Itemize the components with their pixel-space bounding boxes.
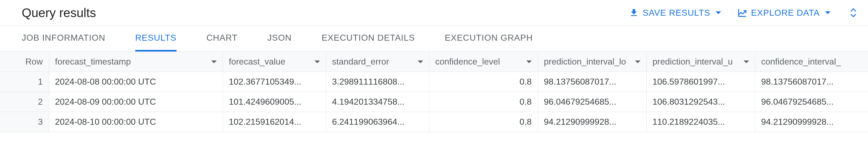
chevron-down-icon [716,11,721,14]
col-header-forecast-value[interactable]: forecast_value [223,52,326,72]
chevron-down-icon [825,11,831,14]
col-header-row[interactable]: Row [0,52,49,72]
col-header-confidence-level[interactable]: confidence_level [429,52,538,72]
chevron-down-icon [526,61,532,63]
explore-data-button[interactable]: EXPLORE DATA [737,8,831,18]
cell-prediction-interval-lower: 96.04679254685... [538,92,646,112]
table-row: 3 2024-08-10 00:00:00 UTC 102.2159162014… [0,112,868,132]
chevron-up-icon [849,8,857,12]
header-actions: SAVE RESULTS EXPLORE DATA [629,8,857,18]
cell-forecast-timestamp: 2024-08-08 00:00:00 UTC [49,72,223,92]
tab-execution-graph[interactable]: EXECUTION GRAPH [445,26,533,51]
cell-prediction-interval-lower: 94.21290999928... [538,112,646,132]
cell-confidence-interval-lower: 98.13756087017... [755,72,868,92]
expand-collapse-toggle[interactable] [849,8,857,18]
chevron-down-icon [849,13,857,18]
cell-confidence-interval-lower: 96.04679254685... [755,92,868,112]
tab-job-information[interactable]: JOB INFORMATION [22,26,105,51]
cell-forecast-timestamp: 2024-08-10 00:00:00 UTC [49,112,223,132]
chevron-down-icon [314,61,320,63]
cell-standard-error: 3.298911116808... [326,72,429,92]
cell-forecast-value: 102.3677105349... [223,72,326,92]
table-header-row: Row forecast_timestamp forecast_value st… [0,52,868,72]
save-results-label: SAVE RESULTS [643,8,710,18]
results-table-wrap: Row forecast_timestamp forecast_value st… [0,52,868,132]
cell-prediction-interval-upper: 106.8031292543... [646,92,755,112]
table-row: 1 2024-08-08 00:00:00 UTC 102.3677105349… [0,72,868,92]
table-body: 1 2024-08-08 00:00:00 UTC 102.3677105349… [0,72,868,132]
cell-prediction-interval-lower: 98.13756087017... [538,72,646,92]
cell-standard-error: 4.194201334758... [326,92,429,112]
chevron-down-icon [744,61,749,63]
cell-prediction-interval-upper: 106.5978601997... [646,72,755,92]
cell-row-number: 2 [0,92,49,112]
col-header-standard-error[interactable]: standard_error [326,52,429,72]
explore-data-label: EXPLORE DATA [751,8,820,18]
cell-confidence-interval-lower: 94.21290999928... [755,112,868,132]
chevron-down-icon [418,61,423,63]
col-header-label: confidence_level [435,57,500,67]
col-header-label: prediction_interval_u [653,57,733,67]
cell-confidence-level: 0.8 [429,112,538,132]
results-tabs: JOB INFORMATION RESULTS CHART JSON EXECU… [0,26,868,52]
table-row: 2 2024-08-09 00:00:00 UTC 101.4249609005… [0,92,868,112]
tab-chart[interactable]: CHART [207,26,238,51]
chevron-down-icon [211,61,217,63]
save-results-button[interactable]: SAVE RESULTS [629,8,721,18]
cell-confidence-level: 0.8 [429,72,538,92]
col-header-label: Row [25,57,43,67]
cell-row-number: 3 [0,112,49,132]
results-table: Row forecast_timestamp forecast_value st… [0,52,868,132]
col-header-label: confidence_interval_ [761,57,841,67]
cell-row-number: 1 [0,72,49,92]
cell-forecast-value: 102.2159162014... [223,112,326,132]
page-title: Query results [22,5,629,20]
cell-forecast-timestamp: 2024-08-09 00:00:00 UTC [49,92,223,112]
cell-standard-error: 6.241199063964... [326,112,429,132]
cell-prediction-interval-upper: 110.2189224035... [646,112,755,132]
tab-results[interactable]: RESULTS [135,26,177,51]
tab-execution-details[interactable]: EXECUTION DETAILS [321,26,415,51]
cell-confidence-level: 0.8 [429,92,538,112]
col-header-label: prediction_interval_lo [544,57,626,67]
tab-json[interactable]: JSON [268,26,292,51]
cell-forecast-value: 101.4249609005... [223,92,326,112]
col-header-prediction-interval-upper[interactable]: prediction_interval_u [646,52,755,72]
col-header-confidence-interval-lower[interactable]: confidence_interval_ [755,52,868,72]
results-header: Query results SAVE RESULTS EXPLORE DATA [0,0,868,26]
chevron-down-icon [635,61,641,63]
col-header-label: standard_error [332,57,389,67]
col-header-label: forecast_timestamp [55,57,131,67]
col-header-prediction-interval-lower[interactable]: prediction_interval_lo [538,52,646,72]
col-header-label: forecast_value [229,57,285,67]
chart-explore-icon [737,8,747,17]
download-icon [629,8,639,17]
col-header-forecast-timestamp[interactable]: forecast_timestamp [49,52,223,72]
